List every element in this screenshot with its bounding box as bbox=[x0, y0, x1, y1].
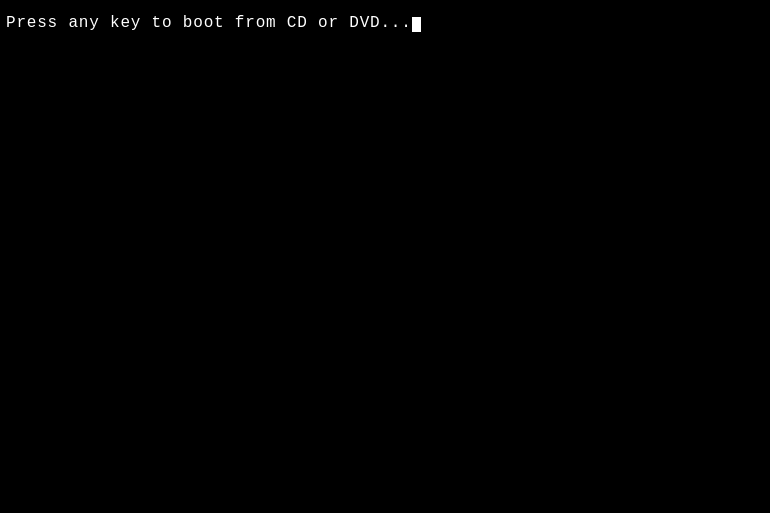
boot-screen: Press any key to boot from CD or DVD... bbox=[0, 0, 770, 513]
boot-message-text: Press any key to boot from CD or DVD... bbox=[6, 14, 412, 32]
cursor-blink bbox=[412, 17, 421, 32]
boot-message: Press any key to boot from CD or DVD... bbox=[6, 14, 421, 32]
